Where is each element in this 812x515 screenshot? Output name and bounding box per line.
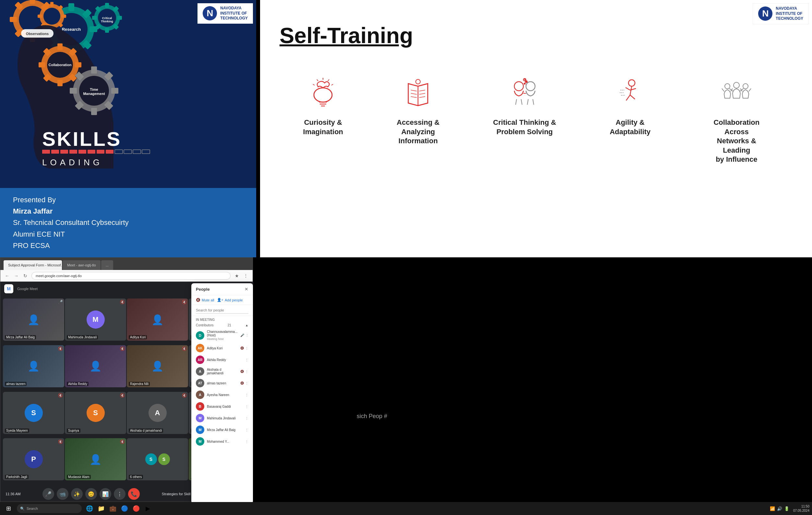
mic-off-icon-3: 🔇 [240, 370, 244, 373]
participant-name-12: Parkshith Jagli [5, 475, 29, 479]
people-panel-title: People [196, 287, 210, 292]
nav-logo-right: N NAVODAYAINSTITUTE OFTECHNOLOGY [753, 3, 809, 24]
avatar-14a: S [145, 453, 157, 465]
windows-start-button[interactable]: ⊞ [3, 503, 14, 514]
menu-button[interactable]: ⋮ [243, 273, 249, 279]
people-name-9: Mohammed Y... [207, 440, 242, 443]
network-icon: 📶 [770, 506, 775, 511]
more-icon-2[interactable]: ⋮ [245, 358, 249, 362]
taskbar-app-explorer[interactable]: 📁 [96, 503, 106, 514]
mic-off-icon-4: 🔇 [240, 382, 244, 385]
participant-mic-0: 🎤 [58, 300, 63, 304]
slide-divider [256, 0, 260, 258]
svg-rect-35 [105, 28, 109, 33]
windows-taskbar: ⊞ 🔍 Search 🌐 📁 💼 🔵 🔴 ▶ 📶 🔊 🔋 11:50 07.05… [0, 502, 812, 515]
svg-line-85 [317, 80, 318, 81]
skill-accessing: Accessing &AnalyzingInformation [397, 74, 439, 146]
mute-all-button[interactable]: 🔇 Mute all [196, 298, 214, 302]
svg-point-122 [743, 84, 748, 89]
people-section-label: IN MEETING [191, 316, 253, 322]
more-icon-9[interactable]: ⋮ [245, 440, 249, 443]
share-control-button[interactable]: 📊 [99, 488, 111, 500]
more-icon-6[interactable]: ⋮ [245, 405, 249, 408]
refresh-button[interactable]: ↻ [22, 273, 28, 279]
taskbar-search-box[interactable]: 🔍 Search [17, 504, 82, 513]
participant-name-13: Mudassir Alam [67, 475, 91, 479]
participant-tile-10: A 🔇 Akshata d jamakhandi [127, 392, 188, 434]
svg-line-95 [411, 97, 417, 97]
people-avatar-9: M [196, 437, 204, 446]
people-search-input[interactable] [196, 307, 249, 314]
svg-line-86 [328, 80, 329, 81]
taskbar-app-chrome[interactable]: 🔵 [119, 503, 130, 514]
more-icon-7[interactable]: ⋮ [245, 417, 249, 420]
participant-tile-4: 👤 🔇 almas tazeen [3, 345, 64, 387]
svg-rect-77 [106, 150, 114, 154]
browser-tab-2[interactable]: Meet - awr-ogtj-tlo [63, 260, 100, 270]
participant-mic-13: 🔇 [120, 440, 125, 444]
taskbar-system-icons: 📶 🔊 🔋 [770, 506, 789, 511]
end-call-button[interactable]: 📞 [128, 488, 140, 500]
collaboration-icon-area [717, 74, 756, 113]
slide-brain-area: Research [0, 0, 256, 188]
taskbar-app-youtube[interactable]: 🔴 [131, 503, 141, 514]
taskbar-app-edge[interactable]: 🌐 [84, 503, 95, 514]
people-item-7: M Mahimuda Jindavali ⋮ [191, 412, 253, 424]
mic-off-icon-1: 🔇 [240, 346, 244, 350]
camera-control-button[interactable]: 📹 [57, 488, 68, 500]
critical-icon-area: C [505, 74, 544, 113]
taskbar-app-media[interactable]: ▶ [143, 503, 153, 514]
presenter-org: Alumni ECE NIT [13, 229, 243, 240]
people-avatar-5: A [196, 391, 204, 399]
svg-rect-13 [68, 3, 74, 11]
svg-rect-72 [60, 150, 68, 154]
people-avatar-6: B [196, 402, 204, 411]
svg-rect-24 [50, 2, 54, 6]
svg-line-94 [411, 93, 417, 94]
browser-tab-1[interactable]: Subject Approval Form - Microsof... [4, 260, 62, 270]
host-more-icon[interactable]: ⋮ [245, 333, 249, 337]
svg-rect-75 [88, 150, 95, 154]
taskbar-app-teams[interactable]: 💼 [108, 503, 118, 514]
participant-mic-5: 🔇 [120, 346, 125, 351]
people-avatar-2: AR [196, 356, 204, 364]
more-icon-1[interactable]: ⋮ [245, 346, 249, 350]
people-panel-close-button[interactable]: ✕ [244, 286, 249, 292]
mic-control-button[interactable]: 🎤 [42, 488, 54, 500]
more-icon-5[interactable]: ⋮ [245, 393, 249, 397]
expand-icon[interactable]: ▲ [245, 324, 249, 327]
address-bar-input[interactable]: meet.google.com/awr-ogtj-tlo [31, 272, 231, 280]
svg-line-110 [533, 99, 534, 105]
effects-control-button[interactable]: ✨ [71, 488, 83, 500]
people-icons-9: ⋮ [245, 440, 249, 443]
back-button[interactable]: ← [4, 273, 10, 279]
participant-mic-2: 🔇 [182, 300, 187, 304]
mute-icon: 🔇 [196, 298, 200, 302]
more-icon-4[interactable]: ⋮ [245, 382, 249, 385]
nav-logo-text-right: NAVODAYAINSTITUTE OFTECHNOLOGY [776, 6, 803, 21]
add-people-button[interactable]: 👤+ Add people [217, 298, 243, 302]
svg-rect-36 [117, 16, 122, 20]
browser-tab-3[interactable]: ... [101, 260, 113, 270]
svg-rect-60 [70, 88, 77, 94]
bookmark-button[interactable]: ★ [234, 273, 240, 279]
avatar-14b: S [158, 453, 170, 465]
forward-button[interactable]: → [13, 273, 19, 279]
presenter-bar: Presented By Mirza Jaffar Sr. Tehcnical … [0, 188, 256, 258]
people-avatar-7: M [196, 414, 204, 422]
people-icons-5: ⋮ [245, 393, 249, 397]
more-icon-3[interactable]: ⋮ [245, 370, 249, 373]
more-control-button[interactable]: ⋮ [114, 488, 125, 500]
svg-line-97 [419, 93, 425, 94]
svg-rect-74 [79, 150, 86, 154]
left-slide: N NAVODAYAINSTITUTE OFTECHNOLOGY [0, 0, 256, 258]
people-name-7: Mahimuda Jindavali [207, 417, 242, 420]
participant-name-4: almas tazeen [5, 382, 27, 386]
agility-icon-area [611, 74, 649, 113]
people-icons-8: ⋮ [245, 428, 249, 432]
people-icons-7: ⋮ [245, 417, 249, 420]
presenter-name: Mirza Jaffar [13, 206, 243, 217]
more-icon-8[interactable]: ⋮ [245, 428, 249, 432]
participant-mic-9: 🔇 [120, 393, 125, 398]
emoji-control-button[interactable]: 😊 [85, 488, 97, 500]
